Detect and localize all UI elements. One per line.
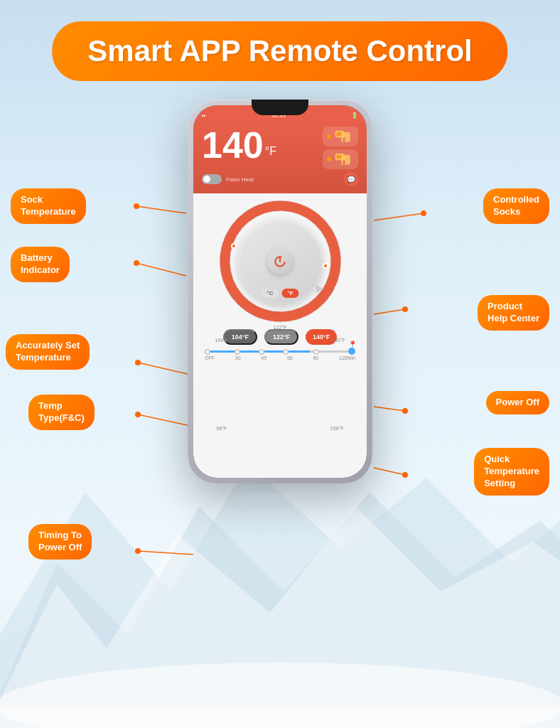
- svg-line-5: [136, 206, 186, 213]
- dial-indicator-left: [231, 243, 237, 249]
- dial-arrow-indicator: ▶: [316, 282, 324, 294]
- dial-label-140: 140°F: [332, 338, 345, 343]
- temp-type-buttons: °C °F: [261, 289, 298, 298]
- dial-label-104: 104°F: [215, 338, 229, 343]
- svg-rect-30: [339, 155, 341, 159]
- timer-dot-90: [313, 349, 319, 355]
- dial-label-122: 122°F: [274, 325, 287, 330]
- timer-dot-120: 📍: [348, 348, 355, 355]
- title-banner: Smart APP Remote Control: [52, 21, 507, 81]
- phone-notch: [252, 100, 308, 115]
- dial-label-86: 86°F: [217, 426, 227, 431]
- app-screen: ▪▪ 10:33 🔋 140 °F: [193, 105, 367, 478]
- label-battery-indicator: Battery Indicator: [11, 247, 70, 282]
- svg-point-8: [134, 260, 139, 266]
- svg-rect-29: [337, 155, 339, 159]
- phone-mockup: ▪▪ 10:33 🔋 140 °F: [188, 100, 372, 483]
- svg-rect-4: [0, 705, 560, 728]
- chat-bubble-icon[interactable]: 💬: [344, 172, 358, 186]
- sock-icon-row-2: [323, 149, 358, 169]
- svg-point-6: [134, 203, 139, 209]
- label-timing: Timing To Power Off: [28, 524, 92, 560]
- label-controlled-socks: Controlled Socks: [483, 188, 549, 224]
- svg-rect-25: [337, 132, 339, 136]
- svg-line-15: [374, 213, 424, 220]
- dial-indicator-right: [323, 263, 328, 269]
- label-quick-temp: Quick Temperature Setting: [474, 448, 549, 496]
- timer-dot-30: [235, 349, 240, 355]
- fahrenheit-button[interactable]: °F: [281, 289, 298, 298]
- signal-icons: ▪▪: [202, 112, 206, 119]
- celsius-button[interactable]: °C: [261, 289, 279, 298]
- battery-sock-icon-1: [334, 129, 354, 144]
- svg-line-7: [136, 263, 186, 276]
- timer-dot-60: [283, 349, 289, 355]
- label-accurately-set: Accurately Set Temperature: [6, 334, 90, 370]
- flash-heat-label: Flash Heat: [226, 176, 254, 183]
- temp-unit: °F: [265, 145, 276, 158]
- timer-label-off: OFF: [205, 355, 215, 360]
- page-title: Smart APP Remote Control: [87, 34, 472, 68]
- sock-icons-panel: [323, 127, 358, 169]
- indicator-dot-2: [327, 157, 331, 161]
- phone-screen-container: ▪▪ 10:33 🔋 140 °F: [193, 105, 367, 478]
- app-header: 140 °F: [193, 121, 367, 193]
- svg-point-18: [402, 306, 408, 312]
- temp-value: 140: [202, 127, 264, 164]
- svg-rect-26: [339, 132, 341, 136]
- timer-dot-off: [205, 349, 210, 355]
- label-temp-type: Temp Type(F&C): [28, 395, 95, 430]
- timer-dot-45: [259, 349, 264, 355]
- sock-icon-row-1: [323, 127, 358, 146]
- app-body: 122°F 140°F 158°F 86°F 104°F °C °F: [193, 193, 367, 478]
- battery-icon: 🔋: [351, 112, 358, 119]
- temperature-display: 140 °F: [202, 127, 276, 164]
- flash-heat-toggle[interactable]: [202, 174, 222, 184]
- dial-label-158: 158°F: [330, 426, 344, 431]
- svg-line-17: [374, 309, 405, 314]
- dial-labels: 122°F 140°F 158°F 86°F 104°F: [218, 326, 343, 451]
- flash-heat-row: Flash Heat 💬: [202, 172, 358, 186]
- phone-outer-shell: ▪▪ 10:33 🔋 140 °F: [188, 100, 372, 483]
- phone-reflection: [202, 491, 358, 505]
- temperature-dial[interactable]: 122°F 140°F 158°F 86°F 104°F °C °F: [218, 199, 343, 323]
- power-button[interactable]: [267, 249, 293, 274]
- label-power-off: Power Off: [486, 391, 549, 414]
- battery-sock-icon-2: [334, 151, 354, 167]
- power-icon: [273, 255, 287, 269]
- indicator-dot-1: [327, 134, 331, 139]
- label-sock-temperature: Sock Temperature: [11, 188, 86, 224]
- label-product-help: Product Help Center: [478, 295, 549, 331]
- svg-point-16: [421, 210, 426, 216]
- timer-slider-track[interactable]: 📍: [205, 350, 355, 353]
